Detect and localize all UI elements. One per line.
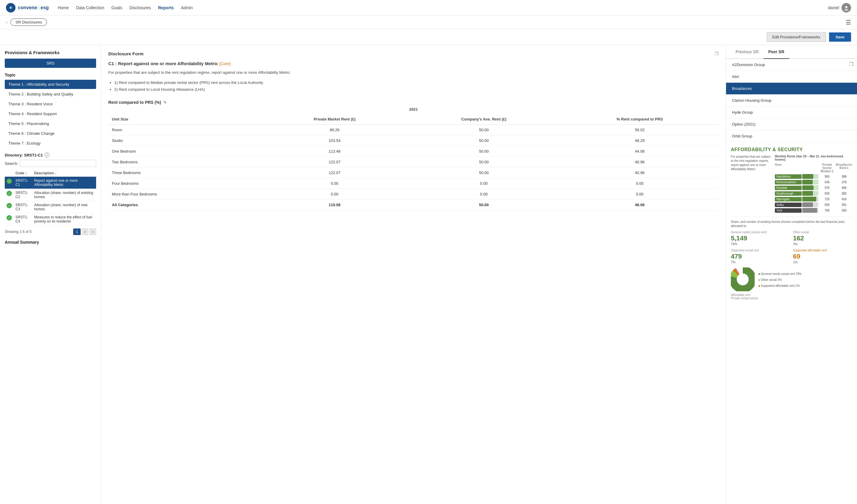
pct-5: 0.00 [561,178,719,189]
monthly-rents-label: Monthly Rents (Apr 20 – Mar 21, two-bedr… [775,155,852,161]
dir-row-0[interactable]: ✓ SRST1-C1 Report against one or more Af… [5,177,96,189]
topic-item-1[interactable]: Theme 2 : Building Safety and Quality [5,89,96,99]
edit-pencil-icon[interactable]: ✎ [163,100,167,105]
peer-item-2[interactable]: Broadacres [726,83,857,95]
breadcrumb-tag[interactable]: SR Disclosures [11,18,47,26]
chart-row-2: Ryedale 575 405 [775,185,852,190]
dir-row-3[interactable]: ✓ SRST1-C4 Measures to reduce the effect… [5,213,96,225]
user-avatar[interactable] [841,3,851,13]
check-icon-3: ✓ [6,215,12,220]
topic-item-2[interactable]: Theme 3 : Resident Voice [5,99,96,108]
area-harrogate: Harrogate [775,197,802,201]
avg-0: 50.00 [407,125,560,135]
stat-pct-1: 3% [793,242,852,246]
search-input[interactable] [20,160,96,167]
market-0: 89.26 [263,125,407,135]
private-rented-label: Private rented sector [731,297,852,300]
stat-label-2: Supported social rent [731,249,790,252]
logo-text: convene [18,5,37,11]
form-description: For properties that are subject to the r… [108,70,291,75]
avg-2: 50.00 [407,146,560,157]
top-nav: convene | esg Home Data Collection Goals… [0,0,857,15]
logo-icon [6,3,16,13]
tab-peer-sr[interactable]: Peer SR [763,45,789,59]
tab-previous-sr[interactable]: Previous SR [731,45,763,58]
stat-pct-0: 79% [731,242,790,246]
right-panel-tabs: Previous SR Peer SR [726,45,857,59]
framework-item[interactable]: SRS [5,58,96,68]
svg-point-4 [844,9,848,11]
save-button[interactable]: Save [829,32,851,41]
pct-2: 44.06 [561,146,719,157]
search-label: Search: [5,161,18,166]
form-badge: (Core) [219,61,231,66]
dir-desc-3: Measures to reduce the effect of fuel po… [32,213,96,225]
chart-desc: For properties that are subject to the r… [731,155,773,214]
avg-5: 0.00 [407,178,560,189]
check-icon: ✓ [6,179,12,184]
nav-data-collection[interactable]: Data Collection [76,4,104,11]
hamburger-icon[interactable]: ☰ [846,19,851,26]
affordable-rent-label: Affordable rent [731,293,852,297]
stat-label-1: Other social [793,231,852,234]
val-se-private: 550 [819,203,835,206]
val-r-broadacres: 378 [836,181,852,184]
val-r-private: 545 [819,181,835,184]
table-row: Four Bedrooms0.000.000.00 [108,178,719,189]
peer-item-3[interactable]: Clarion Housing Group [726,95,857,106]
bullet-1: 2) Rent compared to Local Housing Allowa… [114,86,291,93]
topic-item-0[interactable]: Theme 1 : Affordability and Security [5,80,96,89]
pct-1: 48.29 [561,135,719,146]
table-row: More than Four Bedrooms0.000.000.00 [108,189,719,200]
page-current[interactable]: 1 [73,229,81,235]
dir-row-2[interactable]: ✓ SRST1-C3 Allocation (share, number) of… [5,201,96,213]
dir-code-1: SRST1-C2 [14,189,32,201]
topic-section: Topic Theme 1 : Affordability and Securi… [5,72,96,148]
page-prev-button[interactable]: ‹ [82,229,88,235]
nav-disclosures[interactable]: Disclosures [130,4,151,11]
disclosure-form-title: Disclosure Form [108,51,291,56]
peer-item-5[interactable]: Optivo (2021) [726,118,857,130]
peer-item-0[interactable]: A2Dominion Group [726,59,857,71]
val-ry-private: 575 [819,186,835,189]
pagination-showing: Showing 1-5 of 5 [5,230,32,234]
val-sc-private: 550 [819,192,835,195]
market-4: 122.07 [263,168,407,178]
th-avg-rent: Company's Ave. Rent (£) [407,114,560,125]
toolbar: Edit Provisions/Frameworks Save [0,29,857,45]
val-ry-broadacres: 405 [836,186,852,189]
topic-item-3[interactable]: Theme 4 : Resident Support [5,109,96,118]
area-selby: Selby [775,203,802,207]
nav-admin[interactable]: Admin [181,4,193,11]
nav-reports[interactable]: Reports [158,4,174,11]
edit-provisions-button[interactable]: Edit Provisions/Frameworks [767,32,826,42]
topic-item-6[interactable]: Theme 7 : Ecology [5,139,96,148]
page-next-button[interactable]: › [89,229,96,235]
right-expand-icon[interactable]: ❐ [846,59,857,69]
topic-item-5[interactable]: Theme 6 : Climate Change [5,129,96,138]
expand-icon[interactable]: ❐ [715,51,719,56]
topic-item-4[interactable]: Theme 5 : Placemaking [5,119,96,128]
table-row: All Categories110.0850.0046.06 [108,200,719,211]
info-icon[interactable]: i [45,153,49,157]
avg-1: 50.00 [407,135,560,146]
pct-0: 56.02 [561,125,719,135]
peer-item-1[interactable]: Abri [726,71,857,83]
nav-goals[interactable]: Goals [111,4,122,11]
unit-2: One Bedroom [108,146,263,157]
directory-title: Directory: SRST1-C1 i [5,153,96,157]
stat-value-1: 162 [793,234,852,242]
nav-home[interactable]: Home [58,4,69,11]
col-header-area: Area [775,163,802,173]
area-york: York [775,208,802,213]
unit-1: Studio [108,135,263,146]
breadcrumb-chevron-icon[interactable]: › [6,20,7,25]
chart-row-6: York 765 393 [775,208,852,213]
peer-item-4[interactable]: Hyde Group [726,106,857,118]
peer-item-6[interactable]: Orbit Group [726,130,857,142]
stat-pct-3: 1% [793,260,852,264]
col-header-private: Private Sector Median £ [819,163,835,173]
svg-point-9 [737,273,749,285]
dir-row-1[interactable]: ✓ SRST1-C2 Allocation (share, number) of… [5,189,96,201]
val-h-broadacres: 386 [836,175,852,178]
